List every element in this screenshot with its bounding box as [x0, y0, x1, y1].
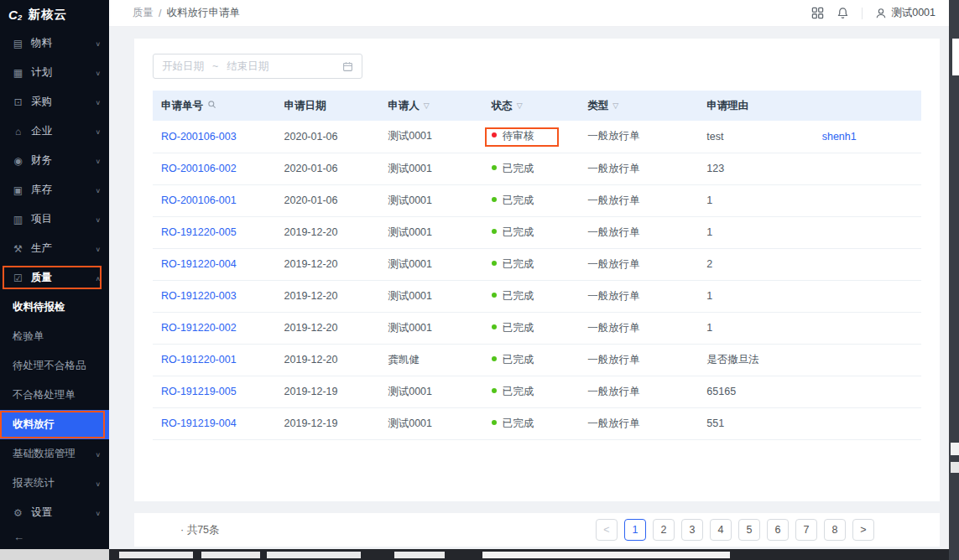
page-button-4[interactable]: 4 — [710, 519, 732, 541]
filter-icon[interactable]: ▽ — [612, 101, 618, 110]
user-menu[interactable]: 测试0001 — [875, 6, 936, 20]
order-link[interactable]: RO-200106-003 — [161, 131, 237, 143]
order-link[interactable]: RO-191220-001 — [161, 354, 237, 366]
chevron-down-icon: ∨ — [95, 157, 101, 164]
status-cell: 已完成 — [483, 248, 580, 280]
page-button-3[interactable]: 3 — [681, 519, 703, 541]
column-label: 状态 — [492, 100, 513, 111]
sidebar-item-nonconforming-order[interactable]: 不合格处理单 — [0, 381, 109, 410]
applicant-cell: 测试0001 — [379, 407, 483, 439]
sidebar-collapse-button[interactable]: ← — [0, 524, 109, 549]
apply-date-cell: 2019-12-19 — [276, 407, 380, 439]
order-link[interactable]: RO-191219-005 — [161, 386, 237, 397]
production-icon: ⚒ — [11, 243, 25, 255]
topbar: 质量 / 收料放行申请单 — [109, 0, 949, 27]
breadcrumb: 质量 / 收料放行申请单 — [133, 6, 240, 20]
page-button-1[interactable]: 1 — [624, 519, 646, 541]
order-no-cell: RO-191220-005 — [153, 216, 276, 248]
extra-cell — [814, 184, 921, 216]
filter-icon[interactable]: ▽ — [517, 101, 523, 110]
sidebar-item-label: 采购 — [31, 95, 52, 109]
sidebar-item-purchase[interactable]: ⊡采购∨ — [0, 87, 109, 117]
sidebar-item-quality[interactable]: ☑质量∧ — [0, 263, 109, 293]
status-dot-icon — [492, 132, 497, 137]
pagination: <12345678> — [596, 519, 874, 541]
start-date-placeholder: 开始日期 — [162, 60, 204, 74]
page-next-button[interactable]: > — [852, 519, 874, 541]
app-logo-text: 新核云 — [29, 7, 68, 23]
page-button-5[interactable]: 5 — [738, 519, 760, 541]
sidebar-item-basic-data-management[interactable]: 基础数据管理∨ — [0, 439, 109, 469]
notification-bell-icon[interactable] — [837, 7, 849, 19]
breadcrumb-section[interactable]: 质量 — [133, 6, 154, 20]
applications-table: 申请单号申请日期申请人▽状态▽类型▽申请理由 RO-200106-0032020… — [153, 91, 921, 440]
order-link[interactable]: RO-191219-004 — [161, 417, 237, 429]
sidebar-item-receiving-pending-inspection[interactable]: 收料待报检 — [0, 293, 109, 322]
applicant-cell: 测试0001 — [379, 376, 483, 407]
status-dot-icon — [492, 324, 497, 329]
table-row: RO-191220-0012019-12-20龚凯健已完成一般放行单是否撒旦法 — [153, 344, 921, 376]
order-link[interactable]: RO-191220-004 — [161, 258, 237, 270]
page-button-6[interactable]: 6 — [767, 519, 789, 541]
app-window: C₂ 新核云 ▤物料∨▦计划∨⊡采购∨⌂企业∨◉财务∨▣库存∨▥项目∨⚒生产∨☑… — [0, 0, 949, 549]
topbar-divider — [862, 8, 863, 19]
order-link[interactable]: RO-191220-003 — [161, 290, 237, 302]
column-header-type[interactable]: 类型▽ — [579, 91, 698, 121]
sidebar-item-finance[interactable]: ◉财务∨ — [0, 146, 109, 175]
column-header-apply-date[interactable]: 申请日期 — [276, 91, 380, 121]
page-button-8[interactable]: 8 — [824, 519, 846, 541]
search-icon[interactable] — [207, 100, 216, 109]
reason-cell: 1 — [698, 280, 813, 312]
sidebar-item-inventory[interactable]: ▣库存∨ — [0, 175, 109, 205]
order-link[interactable]: RO-200106-002 — [161, 163, 237, 174]
page-prev-button[interactable]: < — [596, 519, 618, 541]
filter-icon[interactable]: ▽ — [424, 101, 430, 110]
applicant-cell: 测试0001 — [379, 248, 483, 280]
reviewer-link[interactable]: shenh1 — [822, 131, 857, 143]
column-header-reason[interactable]: 申请理由 — [698, 91, 813, 121]
extra-cell — [814, 312, 921, 344]
collapse-arrow-icon: ← — [13, 531, 24, 543]
extra-cell — [814, 216, 921, 248]
sidebar-item-settings[interactable]: ⚙设置∨ — [0, 498, 109, 524]
column-header-extra[interactable] — [814, 91, 921, 121]
materials-icon: ▤ — [11, 38, 25, 49]
column-header-status[interactable]: 状态▽ — [483, 91, 580, 121]
sidebar-item-inspection-order[interactable]: 检验单 — [0, 322, 109, 351]
sidebar-item-label: 生产 — [31, 241, 52, 256]
extra-cell — [814, 407, 921, 439]
chevron-down-icon: ∨ — [95, 98, 101, 106]
content-area: 开始日期 ~ 结束日期 申请单号申请日期申请人▽状态▽类型▽申请理由 — [109, 27, 949, 549]
apply-date-cell: 2020-01-06 — [276, 184, 380, 216]
type-cell: 一般放行单 — [579, 344, 698, 376]
column-header-applicant[interactable]: 申请人▽ — [379, 91, 483, 121]
total-count: · 共75条 — [180, 523, 220, 537]
date-range-picker[interactable]: 开始日期 ~ 结束日期 — [153, 54, 362, 79]
extra-cell — [814, 376, 921, 407]
reason-cell: 1 — [698, 184, 813, 216]
sidebar-item-report-statistics[interactable]: 报表统计∨ — [0, 469, 109, 498]
sidebar-item-materials[interactable]: ▤物料∨ — [0, 29, 109, 58]
extra-cell — [814, 280, 921, 312]
page-button-2[interactable]: 2 — [653, 519, 675, 541]
order-link[interactable]: RO-191220-002 — [161, 322, 237, 334]
sidebar-item-pending-nonconforming[interactable]: 待处理不合格品 — [0, 351, 109, 381]
column-header-order-no[interactable]: 申请单号 — [153, 91, 276, 121]
order-link[interactable]: RO-191220-005 — [161, 226, 237, 238]
sidebar-item-enterprise[interactable]: ⌂企业∨ — [0, 117, 109, 146]
order-link[interactable]: RO-200106-001 — [161, 194, 237, 206]
inventory-icon: ▣ — [11, 184, 25, 196]
status-cell: 已完成 — [483, 376, 580, 407]
app-logo[interactable]: C₂ 新核云 — [0, 0, 109, 29]
sidebar-item-project[interactable]: ▥项目∨ — [0, 205, 109, 234]
sidebar-item-receiving-release[interactable]: 收料放行 — [0, 410, 109, 439]
order-no-cell: RO-200106-003 — [153, 121, 276, 153]
background-fragment — [267, 552, 361, 558]
status-dot-icon — [492, 261, 497, 266]
sidebar-item-plan[interactable]: ▦计划∨ — [0, 58, 109, 87]
sidebar-item-production[interactable]: ⚒生产∨ — [0, 234, 109, 263]
sidebar-item-label: 库存 — [31, 183, 52, 197]
page-button-7[interactable]: 7 — [795, 519, 817, 541]
app-grid-icon[interactable] — [811, 7, 824, 19]
status-label: 已完成 — [503, 290, 534, 302]
